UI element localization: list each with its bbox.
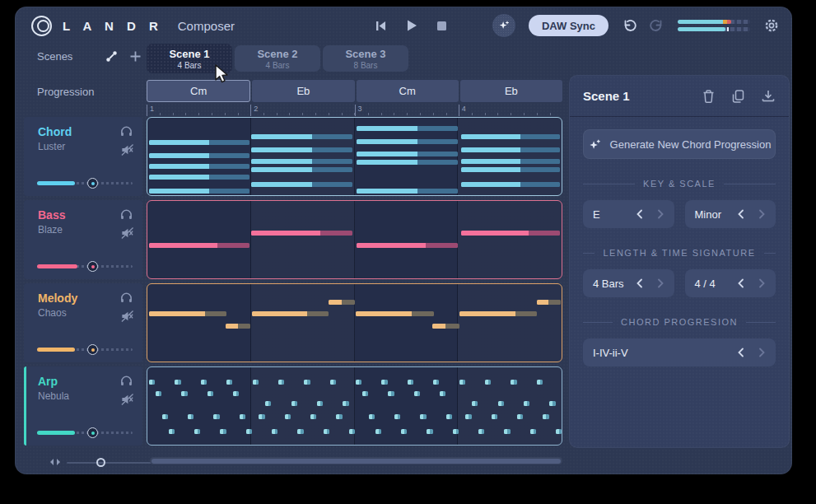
midi-note[interactable]: [272, 429, 277, 434]
mute-button[interactable]: [120, 226, 134, 240]
midi-note[interactable]: [329, 300, 355, 305]
track-header-chord[interactable]: ChordLuster: [24, 117, 142, 196]
redo-button[interactable]: [650, 18, 664, 33]
volume-knob[interactable]: [87, 344, 98, 355]
midi-note[interactable]: [420, 414, 426, 419]
midi-note[interactable]: [357, 126, 458, 131]
midi-note[interactable]: [537, 380, 543, 385]
midi-note[interactable]: [285, 414, 291, 419]
midi-note[interactable]: [369, 414, 375, 419]
volume-knob[interactable]: [87, 178, 98, 189]
midi-note[interactable]: [213, 414, 219, 419]
midi-note[interactable]: [149, 140, 249, 145]
midi-note[interactable]: [259, 414, 264, 419]
midi-note[interactable]: [472, 401, 478, 406]
clip-arp[interactable]: [147, 366, 562, 446]
midi-note[interactable]: [304, 380, 310, 385]
midi-note[interactable]: [162, 414, 168, 419]
midi-note[interactable]: [324, 429, 329, 434]
midi-note[interactable]: [149, 189, 249, 194]
add-scene-button[interactable]: [129, 50, 142, 63]
stepper-prev-button[interactable]: [737, 209, 745, 219]
midi-note[interactable]: [511, 380, 516, 385]
midi-note[interactable]: [356, 311, 434, 316]
midi-note[interactable]: [357, 160, 458, 165]
midi-note[interactable]: [251, 231, 352, 236]
delete-scene-button[interactable]: [702, 89, 716, 104]
stepper-next-button[interactable]: [656, 278, 664, 288]
track-volume-slider[interactable]: [37, 261, 133, 272]
midi-note[interactable]: [207, 391, 213, 396]
midi-note[interactable]: [485, 380, 491, 385]
midi-note[interactable]: [291, 401, 297, 406]
midi-note[interactable]: [427, 429, 432, 434]
mute-button[interactable]: [120, 143, 134, 156]
midi-note[interactable]: [357, 243, 458, 248]
mute-button[interactable]: [120, 310, 134, 323]
midi-note[interactable]: [240, 414, 245, 419]
progression-chord-3[interactable]: Cm: [357, 80, 459, 102]
midi-note[interactable]: [543, 414, 548, 419]
midi-note[interactable]: [233, 391, 239, 396]
midi-note[interactable]: [156, 391, 161, 396]
generate-progression-button[interactable]: Generate New Chord Progression: [583, 129, 776, 159]
midi-note[interactable]: [317, 401, 323, 406]
midi-note[interactable]: [461, 167, 561, 172]
clip-bass[interactable]: [147, 200, 562, 279]
midi-note[interactable]: [517, 414, 523, 419]
midi-note[interactable]: [556, 429, 562, 434]
midi-note[interactable]: [433, 380, 439, 385]
midi-note[interactable]: [401, 429, 407, 434]
midi-note[interactable]: [530, 429, 536, 434]
track-header-arp[interactable]: ArpNebula: [24, 366, 142, 446]
scene-tab-2[interactable]: Scene 24 Bars: [235, 45, 320, 72]
stepper-next-button[interactable]: [656, 209, 664, 219]
volume-knob[interactable]: [87, 427, 98, 438]
scrollbar-thumb[interactable]: [152, 459, 561, 464]
midi-note[interactable]: [440, 391, 445, 396]
stepper-next-button[interactable]: [758, 278, 766, 288]
midi-note[interactable]: [251, 167, 352, 172]
midi-note[interactable]: [461, 147, 561, 152]
solo-headphones-button[interactable]: [119, 124, 133, 138]
solo-headphones-button[interactable]: [119, 374, 133, 387]
midi-note[interactable]: [149, 243, 249, 248]
track-volume-slider[interactable]: [37, 427, 133, 438]
scene-tab-3[interactable]: Scene 38 Bars: [323, 45, 408, 72]
settings-button[interactable]: [763, 17, 780, 34]
stepper-prev-button[interactable]: [737, 348, 745, 357]
horizontal-scrollbar[interactable]: [150, 457, 562, 464]
midi-note[interactable]: [226, 324, 251, 329]
midi-note[interactable]: [504, 429, 510, 434]
midi-note[interactable]: [181, 391, 187, 396]
zoom-slider-knob[interactable]: [96, 458, 105, 467]
midi-note[interactable]: [362, 391, 368, 396]
midi-note[interactable]: [549, 401, 555, 406]
midi-note[interactable]: [524, 401, 529, 406]
ai-sparkle-button[interactable]: [492, 14, 515, 37]
midi-note[interactable]: [356, 380, 361, 385]
solo-headphones-button[interactable]: [119, 208, 133, 221]
track-header-bass[interactable]: BassBlaze: [24, 200, 142, 279]
skip-to-start-button[interactable]: [375, 20, 387, 32]
progression-chord-4[interactable]: Eb: [460, 80, 562, 102]
stop-button[interactable]: [436, 21, 447, 31]
midi-note[interactable]: [388, 391, 394, 396]
track-volume-slider[interactable]: [37, 344, 133, 355]
midi-note[interactable]: [220, 429, 226, 434]
midi-note[interactable]: [357, 152, 458, 156]
duplicate-scene-button[interactable]: [731, 89, 745, 104]
track-volume-slider[interactable]: [37, 178, 133, 189]
midi-note[interactable]: [453, 429, 459, 434]
midi-note[interactable]: [461, 134, 561, 139]
midi-note[interactable]: [149, 153, 249, 158]
midi-note[interactable]: [251, 182, 352, 187]
midi-note[interactable]: [330, 380, 336, 385]
midi-note[interactable]: [149, 380, 155, 385]
midi-note[interactable]: [246, 429, 252, 434]
midi-note[interactable]: [461, 159, 561, 164]
mute-button[interactable]: [120, 393, 134, 406]
midi-note[interactable]: [465, 414, 471, 419]
midi-note[interactable]: [226, 380, 232, 385]
midi-note[interactable]: [149, 164, 249, 169]
